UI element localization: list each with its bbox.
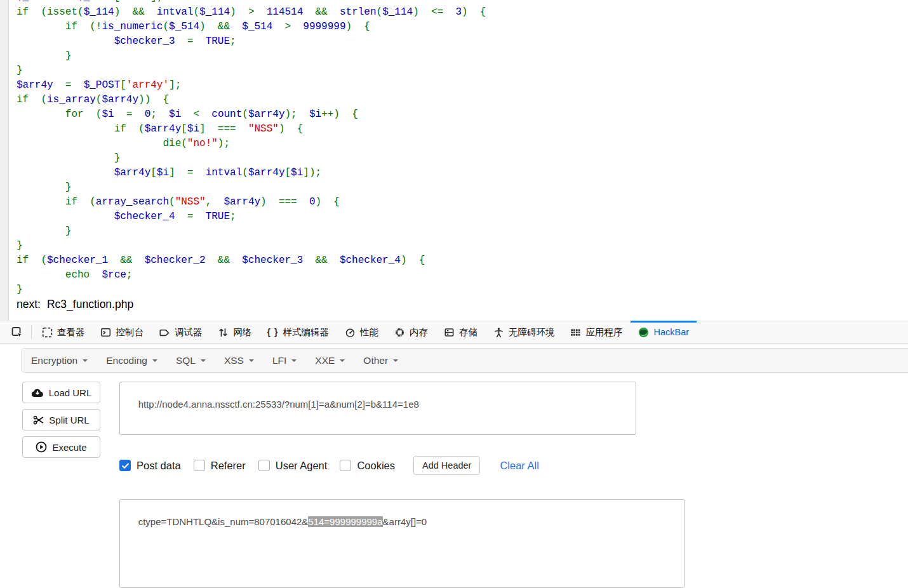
devtools-tab-network[interactable]: 网络 — [210, 321, 260, 343]
code-line: $_514 = $_POST['514']; — [17, 0, 486, 5]
option-user-agent[interactable]: User Agent — [258, 460, 328, 472]
pick-element-icon — [11, 326, 23, 338]
option-label: User Agent — [276, 460, 328, 472]
pick-element-button[interactable] — [5, 321, 29, 343]
hackbar-menu-encoding[interactable]: Encoding — [106, 355, 157, 366]
code-token: ; — [126, 269, 133, 281]
post-data-input[interactable]: ctype=TDNHTLQ&is_num=807016042&514=99999… — [119, 499, 684, 588]
hackbar-menu-lfi[interactable]: LFI — [272, 355, 297, 366]
code-line: } — [17, 151, 486, 166]
code-token: $_POST — [77, 0, 114, 3]
hackbar-menu-sql[interactable]: SQL — [176, 355, 206, 366]
code-token: = — [53, 79, 84, 91]
code-token: "NSS" — [248, 123, 279, 135]
code-token: $arr4y — [224, 196, 260, 208]
code-token: = — [47, 0, 77, 3]
toolbar-separator — [31, 325, 32, 339]
menu-label: Other — [363, 355, 388, 366]
code-token: $_114 — [84, 6, 114, 18]
devtools-tab-memory[interactable]: 内存 — [386, 321, 436, 343]
code-token: 0 — [309, 196, 316, 208]
code-line: echo $rce; — [17, 268, 486, 283]
tab-label: 网络 — [234, 326, 252, 338]
code-token — [17, 36, 114, 47]
code-token: ) { — [346, 21, 370, 32]
play-circle-icon — [36, 441, 47, 453]
devtools-tab-console[interactable]: 控制台 — [93, 321, 152, 343]
code-line: if (isset($_114) && intval($_114) > 1145… — [17, 5, 486, 20]
code-token: 9999999 — [303, 21, 345, 32]
devtools-tab-accessibility[interactable]: 无障碍环境 — [485, 321, 563, 343]
load-url-button[interactable]: Load URL — [22, 382, 100, 403]
button-label: Split URL — [49, 415, 89, 425]
hackbar-menu-encryption[interactable]: Encryption — [31, 355, 88, 366]
devtools-tab-hackbar[interactable]: HackBar — [631, 321, 697, 343]
devtools-tab-storage[interactable]: 存储 — [436, 321, 485, 343]
storage-icon — [443, 326, 455, 338]
code-token: ] = — [169, 167, 206, 178]
code-token: ; — [230, 211, 236, 222]
application-icon — [570, 326, 582, 338]
devtools-tab-application[interactable]: 应用程序 — [563, 321, 631, 343]
code-line: if (array_search("NSS", $arr4y) === 0) { — [17, 195, 486, 210]
devtools-tab-performance[interactable]: 性能 — [337, 321, 386, 343]
add-header-button[interactable]: Add Header — [413, 456, 480, 475]
hackbar-menu-xss[interactable]: XSS — [224, 355, 254, 366]
tab-label: 调试器 — [175, 326, 203, 338]
checkbox-unchecked-icon[interactable] — [340, 460, 351, 471]
devtools-tab-style-editor[interactable]: { }样式编辑器 — [260, 321, 337, 343]
code-token: $_114 — [199, 6, 230, 18]
option-post-data[interactable]: Post data — [119, 460, 181, 472]
code-token: > — [272, 21, 303, 32]
code-token: for ( — [17, 109, 102, 120]
menu-label: Encryption — [31, 355, 77, 366]
option-label: Cookies — [357, 460, 395, 472]
execute-button[interactable]: Execute — [22, 436, 100, 458]
url-input[interactable]: http://node4.anna.nssctf.cn:25533/?num[1… — [119, 382, 636, 435]
menu-label: XXE — [315, 355, 335, 366]
clear-all-link[interactable]: Clear All — [500, 460, 538, 472]
devtools-tab-inspector[interactable]: 查看器 — [34, 321, 93, 343]
code-token: ); — [285, 109, 309, 120]
code-line: $arr4y[$i] = intval($arr4y[$i]); — [17, 166, 486, 180]
code-token: $_POST — [84, 79, 121, 91]
code-line: for ($i = 0; $i < count($arr4y); $i++) { — [17, 107, 486, 122]
code-line: $checker_4 = TRUE; — [17, 210, 486, 224]
hackbar-menu-xxe[interactable]: XXE — [315, 355, 345, 366]
code-token: [ — [114, 0, 121, 3]
code-token: } — [17, 240, 23, 251]
code-token: ]; — [169, 79, 181, 91]
post-data-after-selection: &arr4y[]=0 — [383, 516, 427, 527]
code-token: $arr4y — [102, 94, 138, 105]
code-token: $arr4y — [114, 167, 151, 178]
cloud-download-icon — [31, 388, 44, 398]
hackbar-menu-other[interactable]: Other — [363, 355, 398, 366]
scissors-icon — [33, 415, 44, 425]
code-token: $_114 — [382, 6, 413, 18]
code-token: ) { — [462, 6, 486, 18]
option-referer[interactable]: Referer — [194, 460, 246, 472]
code-token: ) === — [260, 196, 309, 208]
checkbox-checked-icon[interactable] — [119, 460, 131, 471]
checkbox-unchecked-icon[interactable] — [258, 460, 270, 471]
tab-label: 查看器 — [57, 326, 85, 338]
code-token: array_search — [96, 196, 169, 208]
chevron-down-icon — [393, 359, 398, 364]
code-token: 114514 — [267, 6, 304, 18]
hackbar-options-row: Post dataRefererUser AgentCookies Add He… — [119, 455, 539, 476]
code-line: $checker_3 = TRUE; — [17, 34, 486, 49]
code-token: && — [303, 255, 340, 266]
resize-handle-icon[interactable] — [674, 578, 682, 585]
checkbox-unchecked-icon[interactable] — [194, 460, 205, 471]
url-value: http://node4.anna.nssctf.cn:25533/?num[1… — [138, 399, 419, 410]
split-url-button[interactable]: Split URL — [22, 409, 100, 431]
code-token: TRUE — [206, 211, 230, 222]
code-token: $i — [291, 167, 303, 178]
code-token: ++) { — [321, 109, 358, 120]
resize-handle-icon[interactable] — [626, 425, 634, 432]
code-token: [ — [120, 79, 126, 91]
devtools-tab-debugger[interactable]: 调试器 — [151, 321, 210, 343]
option-cookies[interactable]: Cookies — [340, 460, 395, 472]
code-token: $arr4y — [17, 79, 53, 91]
code-token: ) { — [401, 255, 425, 266]
